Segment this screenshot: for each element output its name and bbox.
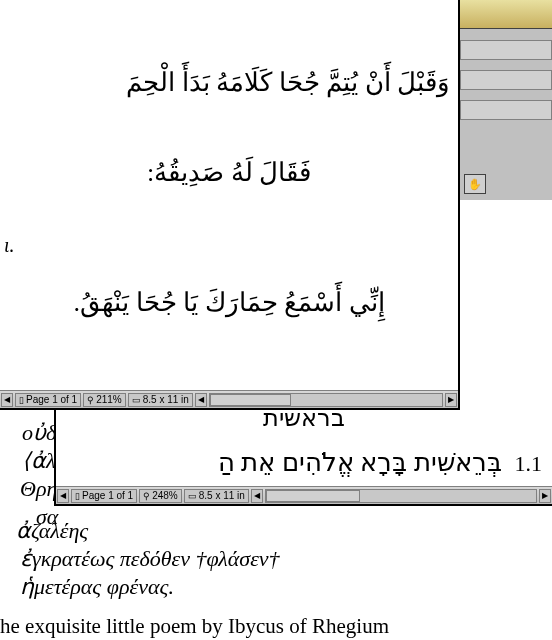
- hscroll-right-button[interactable]: ▶: [539, 489, 551, 503]
- nav-prev-button[interactable]: ◀: [1, 393, 13, 407]
- lower-status-bar: ◀ ▯Page 1 of 1 ⚲248% ▭8.5 x 11 in ◀ ▶: [56, 486, 552, 504]
- arabic-line-3: إِنِّي أَسْمَعُ حِمَارَكَ يَا جُحَا يَنْ…: [8, 280, 450, 327]
- zoom-indicator[interactable]: ⚲211%: [83, 393, 126, 407]
- right-arrow-icon: ▶: [542, 491, 548, 500]
- zoom-indicator[interactable]: ⚲248%: [139, 489, 182, 503]
- prose-line: he exquisite little poem by Ibycus of Rh…: [0, 614, 552, 639]
- arabic-document-content: وَقَبْلَ أَنْ يُتِمَّ جُحَا كَلَامَهُ بَ…: [0, 0, 458, 380]
- page-indicator-label: Page 1 of 1: [26, 394, 77, 405]
- greek-fragment-3: Θρη: [20, 474, 57, 505]
- zoom-icon: ⚲: [143, 491, 150, 501]
- hebrew-document-window: בראשית 1.1 בְּרֵאשִׁית בָּרָא אֱלֹהִים א…: [54, 396, 552, 506]
- panel-strip: [460, 0, 552, 29]
- greek-fragment-5: ἀζαλέης: [16, 516, 88, 547]
- panel-row-1[interactable]: [460, 40, 552, 60]
- paper-size-label: 8.5 x 11 in: [143, 394, 189, 405]
- hscroll-left-button[interactable]: ◀: [251, 489, 263, 503]
- paper-icon: ▭: [188, 491, 197, 501]
- left-arrow-icon: ◀: [4, 395, 10, 404]
- verse-text-1: בְּרֵאשִׁית בָּרָא אֱלֹהִים אֵת הַ: [218, 448, 502, 477]
- paper-size-label: 8.5 x 11 in: [199, 490, 245, 501]
- hscroll-left-button[interactable]: ◀: [195, 393, 207, 407]
- page-indicator[interactable]: ▯Page 1 of 1: [71, 489, 137, 503]
- hscroll-right-button[interactable]: ▶: [445, 393, 457, 407]
- arabic-document-window: وَقَبْلَ أَنْ يُتِمَّ جُحَا كَلَامَهُ بَ…: [0, 0, 460, 410]
- verse-number-1: 1.1: [515, 446, 543, 481]
- zoom-label: 211%: [96, 394, 122, 405]
- latin-fragment: ι.: [4, 234, 15, 257]
- nav-prev-button[interactable]: ◀: [57, 489, 69, 503]
- paper-size-indicator[interactable]: ▭8.5 x 11 in: [184, 489, 249, 503]
- left-arrow-icon: ◀: [60, 491, 66, 500]
- horizontal-scrollbar[interactable]: [265, 489, 537, 503]
- zoom-label: 248%: [152, 490, 178, 501]
- panel-row-3[interactable]: [460, 100, 552, 120]
- hscroll-thumb[interactable]: [266, 490, 361, 502]
- arabic-line-2: فَقَالَ لَهُ صَدِيقُهُ:: [8, 150, 450, 197]
- hebrew-verse-1: 1.1 בְּרֵאשִׁית בָּרָא אֱלֹהִים אֵת הַ: [66, 442, 542, 484]
- left-arrow-icon: ◀: [198, 395, 204, 404]
- hand-icon: ✋: [468, 178, 482, 191]
- page-icon: ▯: [19, 395, 24, 405]
- right-arrow-icon: ▶: [448, 395, 454, 404]
- paper-icon: ▭: [132, 395, 141, 405]
- paper-size-indicator[interactable]: ▭8.5 x 11 in: [128, 393, 193, 407]
- hscroll-thumb[interactable]: [210, 394, 291, 406]
- upper-status-bar: ◀ ▯Page 1 of 1 ⚲211% ▭8.5 x 11 in ◀ ▶: [0, 390, 458, 408]
- page-indicator-label: Page 1 of 1: [82, 490, 133, 501]
- arabic-line-1: وَقَبْلَ أَنْ يُتِمَّ جُحَا كَلَامَهُ بَ…: [8, 60, 450, 107]
- page-indicator[interactable]: ▯Page 1 of 1: [15, 393, 81, 407]
- greek-line-2: ἡμετέρας φρένας.: [20, 572, 174, 603]
- hand-tool-button[interactable]: ✋: [464, 174, 486, 194]
- left-arrow-icon: ◀: [254, 491, 260, 500]
- greek-line-1: ἐγκρατέως πεδόθεν †φλάσεν†: [20, 544, 280, 575]
- horizontal-scrollbar[interactable]: [209, 393, 443, 407]
- panel-row-2[interactable]: [460, 70, 552, 90]
- zoom-icon: ⚲: [87, 395, 94, 405]
- right-panel: ✋: [460, 0, 552, 200]
- page-icon: ▯: [75, 491, 80, 501]
